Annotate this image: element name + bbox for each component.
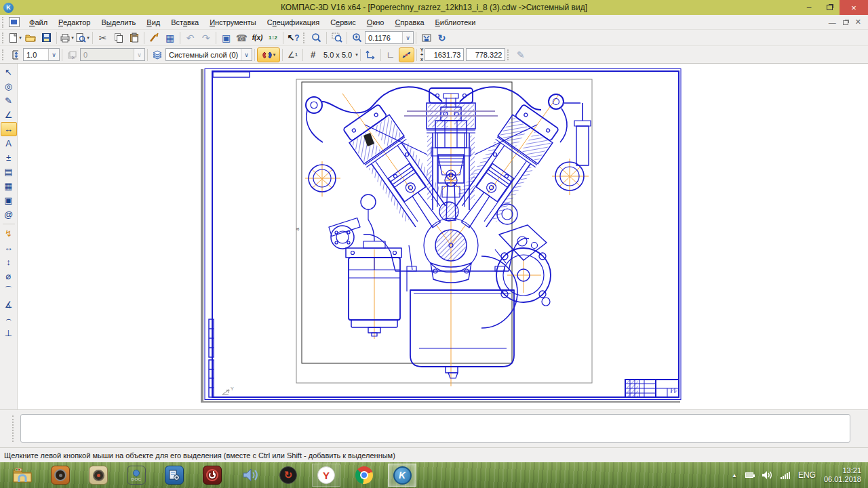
taskbar-chrome[interactable] bbox=[350, 464, 378, 487]
calculator-button[interactable]: ☎ bbox=[234, 30, 250, 45]
property-panel-grip[interactable] bbox=[12, 415, 14, 442]
minimize-button[interactable]: – bbox=[799, 0, 819, 15]
snap-settings-button[interactable]: ▾ bbox=[257, 47, 280, 62]
tray-volume-icon[interactable] bbox=[762, 470, 772, 480]
taskbar-media-player[interactable] bbox=[84, 464, 113, 487]
save-button[interactable] bbox=[39, 30, 54, 45]
taskbar-settings-app[interactable] bbox=[160, 464, 189, 487]
angle-dimension-tool[interactable]: ∡ bbox=[1, 298, 17, 312]
zoom-toolbar-grip[interactable] bbox=[303, 33, 307, 43]
zoom-scale-button[interactable] bbox=[349, 30, 365, 45]
toolbar2-grip[interactable] bbox=[2, 49, 5, 60]
taskbar-updater-app[interactable]: ↻ bbox=[274, 464, 302, 487]
open-button[interactable] bbox=[23, 30, 39, 45]
network-signal-icon[interactable] bbox=[781, 472, 790, 479]
layer-combo-arrow-icon[interactable]: ∨ bbox=[241, 49, 252, 60]
radius-dimension-tool[interactable]: ⌒ bbox=[1, 283, 17, 298]
restore-button[interactable] bbox=[819, 0, 840, 15]
spiral-tool[interactable]: @ bbox=[1, 207, 17, 222]
menu-item-вставка[interactable]: Вставка bbox=[165, 17, 204, 28]
menu-item-справка[interactable]: Справка bbox=[389, 17, 429, 28]
format-brush-button[interactable] bbox=[146, 30, 162, 45]
selection-tool[interactable]: ↖ bbox=[1, 65, 17, 79]
table-tool[interactable]: ▦ bbox=[1, 179, 17, 193]
scale-combo[interactable]: 1.0 ∨ bbox=[23, 48, 60, 61]
angle-snap-button[interactable]: ∠1 bbox=[285, 47, 300, 62]
language-indicator[interactable]: ENG bbox=[798, 470, 816, 480]
toolbar2-grip-2[interactable] bbox=[507, 49, 511, 60]
insert-tool[interactable]: ▤ bbox=[1, 165, 17, 179]
menu-item-библиотеки[interactable]: Библиотеки bbox=[430, 17, 481, 28]
document-child-icon[interactable] bbox=[9, 17, 20, 27]
grid-button[interactable]: # bbox=[305, 47, 321, 62]
drawing-canvas[interactable]: а Y bbox=[18, 64, 868, 409]
child-minimize-button[interactable]: — bbox=[829, 18, 836, 26]
point-snap-button[interactable] bbox=[399, 47, 414, 62]
menu-item-спецификация[interactable]: Спецификация bbox=[262, 17, 325, 28]
rebuild-button[interactable]: ↻ bbox=[434, 30, 450, 45]
menubar-grip[interactable] bbox=[2, 17, 5, 28]
view-tool[interactable]: ▣ bbox=[1, 193, 17, 207]
property-panel-empty-area[interactable] bbox=[20, 414, 850, 443]
datum-dimension-tool[interactable]: ⊥ bbox=[1, 326, 17, 340]
dimension-tool[interactable]: ↔ bbox=[1, 122, 17, 136]
ortho-button[interactable]: ∟ bbox=[383, 47, 399, 62]
styles-button[interactable]: ✎ bbox=[513, 47, 528, 62]
taskbar-yandex-browser[interactable]: Y bbox=[312, 464, 340, 487]
context-help-button[interactable]: ↖ ? bbox=[285, 30, 301, 45]
coordinate-x-field[interactable]: 1631.73 bbox=[425, 48, 464, 61]
taskbar-doc-viewer[interactable]: DOC bbox=[122, 464, 151, 487]
taskbar-kompas-3d[interactable]: K bbox=[388, 464, 416, 487]
text-tool[interactable]: A bbox=[1, 136, 17, 150]
taskbar-volume-mixer[interactable] bbox=[236, 464, 264, 487]
parametrize-tool[interactable]: ∠ bbox=[1, 108, 17, 122]
layers-button[interactable] bbox=[150, 47, 165, 62]
child-close-button[interactable]: ✕ bbox=[855, 18, 861, 26]
menu-item-редактор[interactable]: Редактор bbox=[53, 17, 96, 28]
show-all-button[interactable] bbox=[418, 30, 434, 45]
toolbar1-grip[interactable] bbox=[2, 33, 5, 43]
cut-button[interactable]: ✂ bbox=[95, 30, 111, 45]
distance-dimension-tool[interactable]: ↕ bbox=[1, 255, 17, 269]
zoom-area-button[interactable] bbox=[329, 30, 344, 45]
redo-button[interactable]: ↷ bbox=[198, 30, 214, 45]
menu-item-вид[interactable]: Вид bbox=[141, 17, 165, 28]
menu-item-файл[interactable]: Файл bbox=[24, 17, 53, 28]
zoom-in-button[interactable] bbox=[309, 30, 324, 45]
tolerance-tool[interactable]: ± bbox=[1, 150, 17, 165]
coordinate-y-field[interactable]: 778.322 bbox=[466, 48, 505, 61]
child-restore-button[interactable] bbox=[843, 18, 848, 26]
edit-tool[interactable]: ✎ bbox=[1, 94, 17, 108]
zoom-combo-arrow-icon[interactable]: ∨ bbox=[402, 32, 413, 43]
layer-combo[interactable]: Системный слой (0) ∨ bbox=[165, 48, 252, 61]
battery-icon[interactable] bbox=[745, 472, 753, 478]
menu-item-сервис[interactable]: Сервис bbox=[325, 17, 361, 28]
taskbar-audio-player[interactable] bbox=[46, 464, 75, 487]
menu-item-инструменты[interactable]: Инструменты bbox=[204, 17, 262, 28]
tray-expand-icon[interactable]: ▲ bbox=[732, 472, 737, 479]
linear-dimension-tool[interactable]: ↔ bbox=[1, 241, 17, 255]
drawing-sheet[interactable]: а Y bbox=[203, 68, 683, 401]
spreadsheet-button[interactable]: ▦ bbox=[162, 30, 178, 45]
expression-button[interactable]: f(x) bbox=[250, 30, 265, 45]
menu-item-окно[interactable]: Окно bbox=[361, 17, 390, 28]
local-cs-button[interactable] bbox=[363, 47, 378, 62]
diameter-dimension-tool[interactable]: ⌀ bbox=[1, 269, 17, 283]
print-button[interactable]: ▾ bbox=[59, 30, 75, 45]
geometry-tool[interactable]: ◎ bbox=[1, 79, 17, 94]
scale-combo-arrow-icon[interactable]: ∨ bbox=[48, 49, 59, 60]
variables-button[interactable]: 1↕2 bbox=[265, 30, 281, 45]
auto-dimension-tool[interactable]: ↯ bbox=[1, 226, 17, 241]
taskbar-explorer[interactable] bbox=[8, 464, 37, 487]
arc-dimension-tool[interactable]: ⌢ bbox=[1, 312, 17, 326]
zoom-combo[interactable]: 0.1176 ∨ bbox=[365, 31, 414, 44]
clock[interactable]: 13:21 06.01.2018 bbox=[824, 466, 861, 484]
preview-button[interactable]: ▾ bbox=[75, 30, 90, 45]
document-manager-button[interactable]: ▣ bbox=[218, 30, 234, 45]
taskbar-power-app[interactable] bbox=[198, 464, 226, 487]
new-document-button[interactable]: ▾ bbox=[7, 30, 23, 45]
undo-button[interactable]: ↶ bbox=[182, 30, 198, 45]
menu-item-выделить[interactable]: Выделить bbox=[96, 17, 141, 28]
paste-button[interactable] bbox=[126, 30, 142, 45]
copy-button[interactable] bbox=[111, 30, 126, 45]
